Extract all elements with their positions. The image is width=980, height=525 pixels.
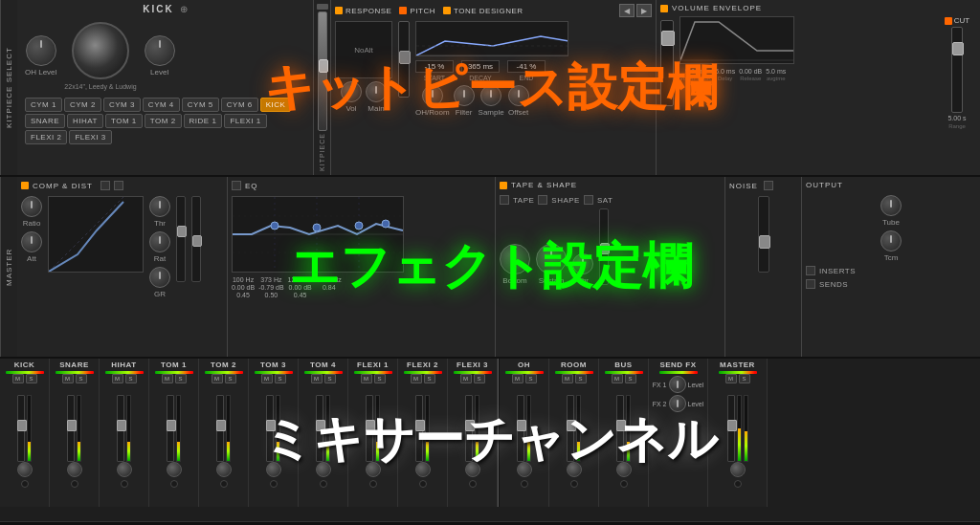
shape-checkbox[interactable]	[538, 195, 547, 205]
fx1-knob[interactable]	[669, 376, 686, 393]
noise-fader[interactable]	[758, 196, 769, 273]
inserts-checkbox[interactable]	[806, 266, 815, 275]
ch-flexi3-fader[interactable]	[465, 395, 473, 462]
nav-next[interactable]: ▶	[636, 4, 652, 17]
ch-hihat-s-btn[interactable]: S	[125, 374, 137, 383]
cym1-btn[interactable]: CYM 1	[25, 98, 62, 112]
ch-tom1-s-btn[interactable]: S	[175, 374, 187, 383]
sends-checkbox[interactable]	[806, 279, 815, 289]
cym3-btn[interactable]: CYM 3	[103, 98, 141, 112]
ch-tom3-fader[interactable]	[266, 395, 274, 462]
ch-oh-s-btn[interactable]: S	[525, 374, 537, 383]
ch-room-bottom-btn[interactable]	[570, 480, 578, 488]
response-fader-handle[interactable]	[399, 51, 411, 64]
thr-tape-knob[interactable]	[572, 253, 593, 274]
main-knob[interactable]	[366, 81, 387, 102]
ch-tom2-s-btn[interactable]: S	[225, 374, 236, 383]
comp-checkbox2[interactable]	[114, 181, 123, 190]
ch-bus-m-btn[interactable]: M	[612, 374, 623, 383]
ch-room-m-btn[interactable]: M	[562, 374, 573, 383]
ch-room-fader-handle[interactable]	[567, 420, 576, 431]
ch-flexi1-bottom-btn[interactable]	[369, 480, 377, 488]
ch-tom4-bottom-btn[interactable]	[320, 480, 327, 488]
ch-tom1-fader[interactable]	[167, 395, 174, 462]
ch-tom3-m-btn[interactable]: M	[261, 374, 273, 383]
vol-knob[interactable]	[341, 81, 362, 102]
ch-master-bottom-btn[interactable]	[734, 480, 742, 488]
ch-flexi1-m-btn[interactable]: M	[361, 374, 372, 383]
ch-kick-s-btn[interactable]: S	[26, 374, 37, 383]
gr-knob[interactable]	[149, 267, 170, 288]
tom3-btn[interactable]: RIDE 1	[184, 114, 223, 128]
ch-master-m-btn[interactable]: M	[725, 374, 737, 383]
ch-bus-bottom-btn[interactable]	[620, 480, 628, 488]
ch-hihat-fader-handle[interactable]	[117, 420, 126, 431]
ch-flexi2-s-btn[interactable]: S	[424, 374, 435, 383]
ch-tom4-s-btn[interactable]: S	[324, 374, 336, 383]
ch-flexi2-m-btn[interactable]: M	[411, 374, 422, 383]
ch-snare-s-btn[interactable]: S	[76, 374, 87, 383]
ch-tom4-fader[interactable]	[316, 395, 323, 462]
cym5-btn[interactable]: CYM 5	[182, 98, 219, 112]
ch-tom2-pan[interactable]	[216, 462, 232, 477]
cym6-btn[interactable]: CYM 6	[221, 98, 258, 112]
ch-tom1-bottom-btn[interactable]	[170, 480, 178, 488]
eq-checkbox[interactable]	[232, 181, 241, 190]
ch-tom2-fader[interactable]	[216, 395, 224, 462]
ch-flexi3-fader-handle[interactable]	[465, 420, 475, 431]
nav-prev[interactable]: ◀	[619, 4, 635, 17]
kitpiece-fader-track[interactable]	[318, 11, 327, 131]
cym4-btn[interactable]: CYM 4	[143, 98, 180, 112]
kick-btn[interactable]: KICK	[260, 98, 292, 112]
ch-flexi2-pan[interactable]	[415, 462, 431, 477]
cut-fader-handle[interactable]	[952, 42, 964, 55]
response-fader-v[interactable]	[398, 21, 410, 98]
comp-checkbox[interactable]	[100, 181, 110, 190]
bottom-knob[interactable]	[500, 244, 530, 274]
rat-knob[interactable]	[149, 231, 170, 252]
oh-level-knob[interactable]	[26, 35, 56, 66]
filter-knob[interactable]	[454, 85, 475, 106]
offset-knob[interactable]	[508, 85, 529, 106]
sustain-knob[interactable]	[536, 244, 567, 274]
ch-tom4-pan[interactable]	[316, 462, 331, 477]
ch-tom3-fader-handle[interactable]	[266, 420, 276, 431]
ch-flexi1-fader[interactable]	[366, 395, 373, 462]
ch-tom4-m-btn[interactable]: M	[311, 374, 323, 383]
tube-knob[interactable]	[880, 195, 902, 216]
ch-snare-fader-handle[interactable]	[67, 420, 77, 431]
comp-fader2-handle[interactable]	[192, 235, 202, 247]
vol-env-fader[interactable]	[660, 20, 674, 106]
tom2-btn[interactable]: TOM 2	[145, 114, 182, 128]
sat-checkbox[interactable]	[584, 195, 593, 205]
ch-oh-bottom-btn[interactable]	[521, 480, 528, 488]
ch-hihat-pan[interactable]	[117, 462, 132, 477]
comp-fader2[interactable]	[191, 196, 201, 282]
ch-hihat-bottom-btn[interactable]	[121, 480, 128, 488]
ch-flexi2-bottom-btn[interactable]	[419, 480, 427, 488]
ch-oh-pan[interactable]	[517, 462, 532, 477]
ch-tom2-fader-handle[interactable]	[216, 420, 226, 431]
att-knob[interactable]	[21, 231, 42, 252]
cym2-btn[interactable]: CYM 2	[64, 98, 101, 112]
ch-master-s-btn[interactable]: S	[739, 374, 750, 383]
ch-oh-fader-handle[interactable]	[517, 420, 526, 431]
ch-flexi3-m-btn[interactable]: M	[460, 374, 472, 383]
flexi3-btn[interactable]: FLEXI 3	[69, 130, 111, 144]
ch-snare-pan[interactable]	[67, 462, 82, 477]
hihat-btn[interactable]: HIHAT	[67, 114, 103, 128]
ch-tom1-pan[interactable]	[167, 462, 182, 477]
pitch-tab[interactable]: PITCH	[399, 7, 435, 15]
ch-tom3-bottom-btn[interactable]	[270, 480, 278, 488]
fx2-knob[interactable]	[669, 395, 686, 412]
ch-kick-fader-handle[interactable]	[17, 420, 27, 431]
flexi2-btn[interactable]: FLEXI 2	[25, 130, 67, 144]
ch-oh-m-btn[interactable]: M	[512, 374, 523, 383]
ch-hihat-fader[interactable]	[117, 395, 124, 462]
ch-kick-fader[interactable]	[17, 395, 25, 462]
ch-oh-fader[interactable]	[517, 395, 524, 462]
ch-tom3-pan[interactable]	[266, 462, 281, 477]
ch-flexi3-bottom-btn[interactable]	[469, 480, 477, 488]
ch-flexi1-pan[interactable]	[366, 462, 381, 477]
response-tab[interactable]: RESPONSE	[335, 7, 391, 15]
